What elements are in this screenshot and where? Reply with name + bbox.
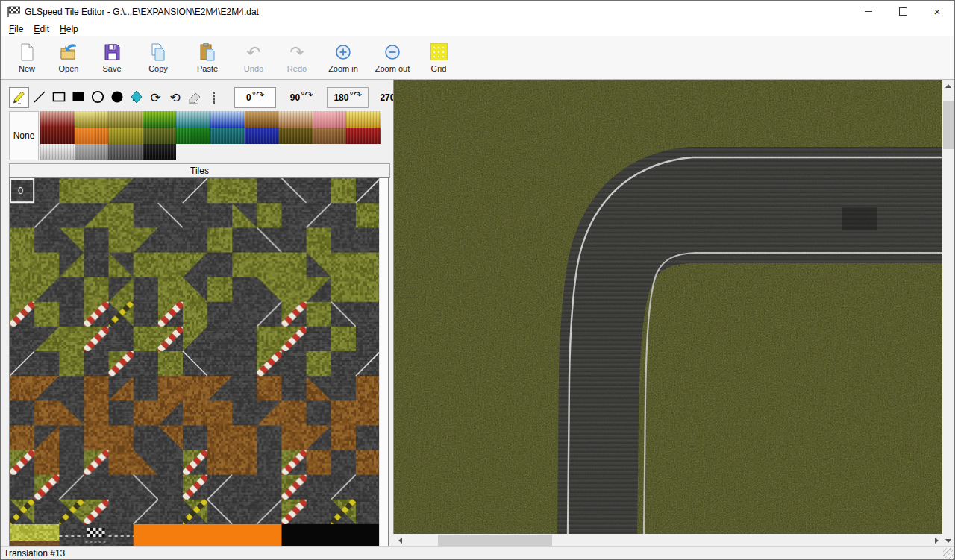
rotate-arrow-icon: °↷ [301, 89, 313, 101]
zoom-out-label: Zoom out [375, 64, 410, 73]
menu-file[interactable]: File [4, 22, 28, 36]
horizontal-scrollbar-thumb[interactable] [438, 535, 552, 546]
minimize-button[interactable] [851, 1, 886, 22]
map-canvas-area[interactable] [393, 80, 944, 534]
menu-edit[interactable]: Edit [28, 22, 54, 36]
maximize-icon [899, 7, 907, 16]
scroll-left-icon [398, 538, 402, 544]
rotate-ccw-tool-button[interactable]: ⟲ [166, 88, 184, 107]
color-swatch-1-1[interactable] [75, 128, 109, 144]
tiles-scrollbar-gutter[interactable] [379, 178, 388, 547]
glspeed-tile-editor-window: { "window": { "title": "GLSpeed Tile Edi… [0, 0, 955, 560]
color-swatch-2-0[interactable] [40, 144, 75, 160]
line-icon [31, 89, 48, 107]
color-swatch-2-3[interactable] [143, 144, 177, 160]
menu-help[interactable]: Help [54, 22, 84, 36]
redo-button[interactable]: ↷Redo [275, 36, 319, 79]
rotate-180-button[interactable]: 180°↷ [327, 87, 369, 108]
rotate-0-button[interactable]: 0°↷ [234, 87, 276, 108]
pencil-tool-button[interactable] [9, 87, 29, 108]
zoom-in-button[interactable]: Zoom in [319, 36, 368, 79]
palette-row-1 [40, 128, 381, 144]
color-swatch-1-5[interactable] [210, 128, 245, 144]
color-swatch-0-4[interactable] [176, 111, 210, 128]
color-swatch-0-2[interactable] [108, 111, 143, 128]
paste-button[interactable]: Paste [183, 36, 232, 79]
filled-circle-icon [109, 89, 125, 107]
color-swatch-0-7[interactable] [278, 111, 313, 128]
window-title: GLSpeed Tile Editor - G:\...E\EXPANSION\… [25, 7, 259, 17]
color-swatch-0-5[interactable] [210, 111, 245, 128]
status-text: Translation #13 [4, 548, 65, 559]
scroll-right-button[interactable] [930, 535, 942, 547]
zoom-in-label: Zoom in [328, 64, 358, 73]
color-swatch-0-0[interactable] [40, 111, 75, 128]
fill-tool-button[interactable] [127, 88, 145, 107]
paste-label: Paste [197, 64, 218, 73]
copy-button[interactable]: Copy [134, 36, 183, 79]
new-button[interactable]: New [7, 36, 47, 79]
color-swatch-1-2[interactable] [108, 128, 143, 144]
color-swatch-1-9[interactable] [346, 128, 381, 144]
rotate-cw-tool-button[interactable]: ⟳ [146, 88, 165, 107]
color-swatch-0-1[interactable] [75, 111, 109, 128]
palette-swatch-grid [40, 111, 381, 160]
color-swatch-2-1[interactable] [75, 144, 109, 160]
color-swatch-0-9[interactable] [346, 111, 381, 128]
paste-icon [198, 42, 218, 62]
select-tool-button[interactable] [204, 88, 223, 107]
color-swatch-1-6[interactable] [245, 128, 279, 144]
palette-none-button[interactable]: None [9, 111, 39, 160]
eraser-icon [187, 89, 203, 107]
color-swatch-1-8[interactable] [313, 128, 347, 144]
redo-icon: ↷ [287, 42, 307, 62]
vertical-scrollbar[interactable] [942, 80, 954, 547]
grid-icon [429, 42, 449, 62]
menu-bar: FileEditHelp [1, 22, 954, 36]
scroll-up-button[interactable] [942, 80, 954, 92]
color-swatch-2-2[interactable] [108, 144, 143, 160]
color-swatch-1-0[interactable] [40, 128, 75, 144]
tiles-grid[interactable] [10, 178, 379, 547]
open-button[interactable]: Open [47, 36, 90, 79]
open-icon [59, 42, 79, 62]
status-bar: Translation #13 [1, 546, 954, 559]
zoom-out-button[interactable]: Zoom out [368, 36, 417, 79]
color-swatch-0-3[interactable] [143, 111, 177, 128]
undo-button[interactable]: ↶Undo [232, 36, 275, 79]
main-toolbar: NewOpenSaveCopyPaste↶Undo↷RedoZoom inZoo… [1, 36, 954, 80]
horizontal-scrollbar[interactable] [394, 534, 942, 547]
filled-circle-tool-button[interactable] [107, 88, 126, 107]
rotate-90-button[interactable]: 90°↷ [281, 87, 322, 108]
grid-button[interactable]: Grid [417, 36, 460, 79]
save-button[interactable]: Save [90, 36, 134, 79]
scroll-down-button[interactable] [942, 535, 954, 547]
scroll-left-button[interactable] [394, 535, 406, 547]
filled-rectangle-tool-button[interactable] [69, 88, 87, 107]
line-tool-button[interactable] [30, 88, 48, 107]
vertical-scrollbar-thumb[interactable] [943, 101, 954, 149]
eraser-tool-button[interactable] [185, 88, 204, 107]
close-button[interactable]: × [920, 1, 954, 22]
copy-icon [148, 42, 169, 62]
map-canvas[interactable] [394, 80, 943, 534]
zoom-in-icon [334, 42, 354, 62]
save-label: Save [102, 64, 121, 73]
scroll-right-icon [935, 538, 939, 544]
color-swatch-1-7[interactable] [278, 128, 313, 144]
color-swatch-1-3[interactable] [143, 128, 177, 144]
color-swatch-0-6[interactable] [245, 111, 279, 128]
rectangle-tool-button[interactable] [49, 88, 68, 107]
copy-label: Copy [148, 64, 168, 73]
color-swatch-0-8[interactable] [313, 111, 347, 128]
palette-row-0 [40, 111, 381, 128]
resize-grip[interactable] [943, 548, 954, 559]
circle-icon [90, 89, 106, 107]
color-swatch-1-4[interactable] [176, 128, 210, 144]
undo-label: Undo [244, 64, 263, 73]
close-icon: × [934, 6, 941, 17]
rotate-ccw-icon: ⟲ [169, 92, 180, 104]
circle-tool-button[interactable] [88, 88, 107, 107]
rotation-degrees: 0 [246, 92, 251, 103]
maximize-button[interactable] [886, 1, 920, 22]
